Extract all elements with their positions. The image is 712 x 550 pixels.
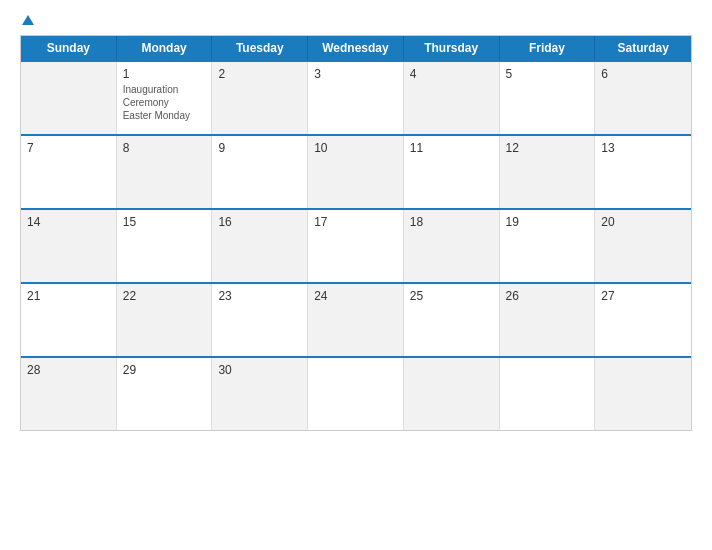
week-row-2: 78910111213: [21, 134, 691, 208]
day-number: 8: [123, 141, 206, 155]
cal-cell: 23: [212, 284, 308, 356]
day-number: 12: [506, 141, 589, 155]
week-row-3: 14151617181920: [21, 208, 691, 282]
cal-cell: 15: [117, 210, 213, 282]
logo-triangle-icon: [22, 15, 34, 25]
logo: [20, 15, 34, 25]
day-number: 1: [123, 67, 206, 81]
day-number: 28: [27, 363, 110, 377]
day-number: 26: [506, 289, 589, 303]
cal-cell: 25: [404, 284, 500, 356]
day-number: 3: [314, 67, 397, 81]
day-number: 2: [218, 67, 301, 81]
cal-cell: 19: [500, 210, 596, 282]
cal-cell: 26: [500, 284, 596, 356]
day-number: 4: [410, 67, 493, 81]
day-number: 16: [218, 215, 301, 229]
cal-cell: 6: [595, 62, 691, 134]
day-header-thursday: Thursday: [404, 36, 500, 60]
cal-cell: 13: [595, 136, 691, 208]
day-number: 6: [601, 67, 685, 81]
day-number: 7: [27, 141, 110, 155]
day-number: 20: [601, 215, 685, 229]
cal-cell: 16: [212, 210, 308, 282]
calendar-header: [20, 15, 692, 25]
day-number: 18: [410, 215, 493, 229]
day-number: 15: [123, 215, 206, 229]
cal-cell: [308, 358, 404, 430]
cal-cell: 18: [404, 210, 500, 282]
cal-cell: [500, 358, 596, 430]
day-number: 22: [123, 289, 206, 303]
cal-cell: 2: [212, 62, 308, 134]
cal-cell: 10: [308, 136, 404, 208]
day-number: 24: [314, 289, 397, 303]
cal-cell: 1Inauguration CeremonyEaster Monday: [117, 62, 213, 134]
cal-cell: 4: [404, 62, 500, 134]
cal-cell: 9: [212, 136, 308, 208]
day-number: 11: [410, 141, 493, 155]
day-number: 13: [601, 141, 685, 155]
day-header-tuesday: Tuesday: [212, 36, 308, 60]
logo-blue-row: [20, 15, 34, 25]
day-header-friday: Friday: [500, 36, 596, 60]
cal-cell: 17: [308, 210, 404, 282]
week-row-4: 21222324252627: [21, 282, 691, 356]
day-number: 9: [218, 141, 301, 155]
cal-cell: [595, 358, 691, 430]
day-number: 5: [506, 67, 589, 81]
event-label: Easter Monday: [123, 109, 206, 122]
cal-cell: 28: [21, 358, 117, 430]
day-number: 14: [27, 215, 110, 229]
cal-cell: 27: [595, 284, 691, 356]
week-row-1: 1Inauguration CeremonyEaster Monday23456: [21, 60, 691, 134]
cal-cell: 24: [308, 284, 404, 356]
day-header-saturday: Saturday: [595, 36, 691, 60]
cal-cell: 7: [21, 136, 117, 208]
day-number: 27: [601, 289, 685, 303]
day-number: 30: [218, 363, 301, 377]
day-number: 10: [314, 141, 397, 155]
cal-cell: 22: [117, 284, 213, 356]
day-number: 23: [218, 289, 301, 303]
cal-cell: 12: [500, 136, 596, 208]
cal-cell: 5: [500, 62, 596, 134]
day-header-wednesday: Wednesday: [308, 36, 404, 60]
cal-cell: 20: [595, 210, 691, 282]
cal-cell: 29: [117, 358, 213, 430]
cal-cell: 14: [21, 210, 117, 282]
cal-cell: [404, 358, 500, 430]
event-label: Inauguration Ceremony: [123, 83, 206, 109]
cal-cell: 21: [21, 284, 117, 356]
calendar-days-header: SundayMondayTuesdayWednesdayThursdayFrid…: [21, 36, 691, 60]
page: SundayMondayTuesdayWednesdayThursdayFrid…: [0, 0, 712, 550]
cal-cell: 11: [404, 136, 500, 208]
day-number: 25: [410, 289, 493, 303]
cal-cell: 30: [212, 358, 308, 430]
day-number: 21: [27, 289, 110, 303]
day-number: 19: [506, 215, 589, 229]
cal-cell: [21, 62, 117, 134]
calendar-grid: SundayMondayTuesdayWednesdayThursdayFrid…: [20, 35, 692, 431]
day-number: 29: [123, 363, 206, 377]
cal-cell: 3: [308, 62, 404, 134]
day-header-monday: Monday: [117, 36, 213, 60]
day-number: 17: [314, 215, 397, 229]
cal-cell: 8: [117, 136, 213, 208]
week-row-5: 282930: [21, 356, 691, 430]
day-header-sunday: Sunday: [21, 36, 117, 60]
